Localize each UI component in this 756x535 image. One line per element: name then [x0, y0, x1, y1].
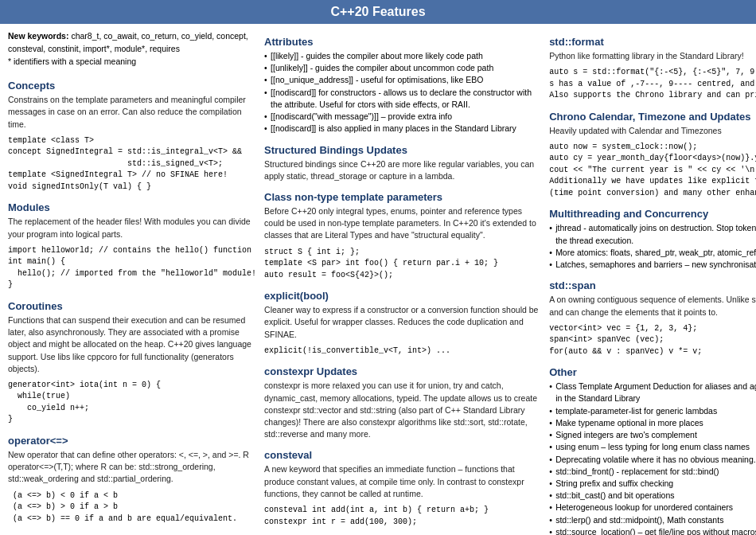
attr-item-5: [[nodiscard("with message")]] – provide … [264, 111, 541, 123]
explicitbool-code: explicit(!is_convertible_v<T, int>) ... [264, 346, 541, 357]
explicitbool-title: explicit(bool) [264, 290, 541, 302]
other-item-12: std::source_location() – get file/line p… [549, 526, 756, 535]
structuredbindings-title: Structured Bindings Updates [264, 144, 541, 156]
other-item-6: Deprecating volatile where it has no obv… [549, 454, 756, 466]
other-item-7: std::bind_front() - replacement for std:… [549, 466, 756, 478]
constexpr-body: constexpr is more relaxed you can use it… [264, 380, 541, 440]
attr-item-3: [[no_unique_address]] - useful for optim… [264, 74, 541, 86]
attr-item-4: [[nodiscard]] for constructors - allows … [264, 87, 541, 111]
stdformat-title: std::format [549, 36, 756, 48]
other-item-2: template-parameter-list for generic lamb… [549, 405, 756, 417]
chrono-title: Chrono Calendar, Timezone and Updates [549, 111, 756, 123]
other-item-1: Class Template Argument Deduction for al… [549, 381, 756, 404]
other-item-11: std::lerp() and std::midpoint(), Math co… [549, 514, 756, 526]
other-item-8: String prefix and suffix checking [549, 478, 756, 490]
coroutines-code: generator<int> iota(int n = 0) { while(t… [8, 380, 256, 426]
chrono-code: auto now = system_clock::now(); auto cy … [549, 142, 756, 200]
stdformat-code: auto s = std::format("{:-<5}, {:-<5}", 7… [549, 67, 756, 102]
constexpr-title: constexpr Updates [264, 365, 541, 377]
header-title: C++20 Features [330, 5, 425, 18]
concepts-code: template <class T> concept SignedIntegra… [8, 135, 256, 193]
attr-item-2: [[unlikely]] - guides the compiler about… [264, 62, 541, 74]
multithreading-title: Multithreading and Concurrency [549, 208, 756, 220]
new-keywords-section: New keywords: char8_t, co_await, co_retu… [8, 30, 256, 68]
stdspan-body: A on owning contiguous sequence of eleme… [549, 294, 756, 318]
other-item-5: using enum – less typing for long enum c… [549, 441, 756, 453]
classnon-title: Class non-type template parameters [264, 191, 541, 203]
other-item-10: Heterogeneous lookup for unordered conta… [549, 502, 756, 514]
structuredbindings-body: Structured bindings since C++20 are more… [264, 158, 541, 182]
consteval-code: consteval int add(int a, int b) { return… [264, 505, 541, 528]
other-item-3: Make typename optional in more places [549, 417, 756, 429]
mt-item-3: Latches, semaphores and barriers – new s… [549, 259, 756, 271]
attr-item-1: [[likely]] - guides the compiler about m… [264, 50, 541, 62]
attr-item-6: [[nodiscard]] is also applied in many pl… [264, 123, 541, 135]
stdformat-body: Python like formatting library in the St… [549, 50, 756, 62]
coroutines-body: Functions that can suspend their executi… [8, 314, 256, 375]
operator-body: New operator that can define other opera… [8, 449, 256, 486]
classnon-code: struct S { int i; }; template <S par> in… [264, 247, 541, 282]
consteval-title: consteval [264, 449, 541, 461]
multithreading-list: jthread - automatically joins on destruc… [549, 222, 756, 271]
new-keywords-label: New keywords: [8, 31, 68, 41]
modules-body: The replacement of the header files! Wit… [8, 216, 256, 240]
other-title: Other [549, 366, 756, 378]
classnon-body: Before C++20 only integral types, enums,… [264, 205, 541, 242]
other-list: Class Template Argument Deduction for al… [549, 381, 756, 535]
explicitbool-body: Cleaner way to express if a constructor … [264, 304, 541, 341]
header: C++20 Features [0, 0, 756, 24]
modules-title: Modules [8, 201, 256, 213]
stdspan-title: std::span [549, 279, 756, 291]
mt-item-1: jthread - automatically joins on destruc… [549, 222, 756, 246]
consteval-body: A new keyword that specifies an immediat… [264, 463, 541, 500]
mid-column: Attributes [[likely]] - guides the compi… [264, 30, 541, 535]
concepts-body: Constrains on the template parameters an… [8, 94, 256, 131]
operator-title: operator<=> [8, 435, 256, 447]
attributes-title: Attributes [264, 36, 541, 48]
attributes-list: [[likely]] - guides the compiler about m… [264, 50, 541, 135]
other-item-4: Signed integers are two's complement [549, 429, 756, 441]
left-column: New keywords: char8_t, co_await, co_retu… [8, 30, 256, 535]
right-column: std::format Python like formatting libra… [549, 30, 756, 535]
modules-code: import helloworld; // contains the hello… [8, 245, 256, 291]
chrono-body: Heavily updated with Calendar and Timezo… [549, 125, 756, 137]
operator-code: (a <=> b) < 0 if a < b (a <=> b) > 0 if … [8, 490, 256, 525]
concepts-title: Concepts [8, 80, 256, 92]
other-item-9: std::bit_cast() and bit operations [549, 490, 756, 502]
mt-item-2: More atomics: floats, shared_ptr, weak_p… [549, 247, 756, 259]
coroutines-title: Coroutines [8, 300, 256, 312]
stdspan-code: vector<int> vec = {1, 2, 3, 4}; span<int… [549, 323, 756, 358]
